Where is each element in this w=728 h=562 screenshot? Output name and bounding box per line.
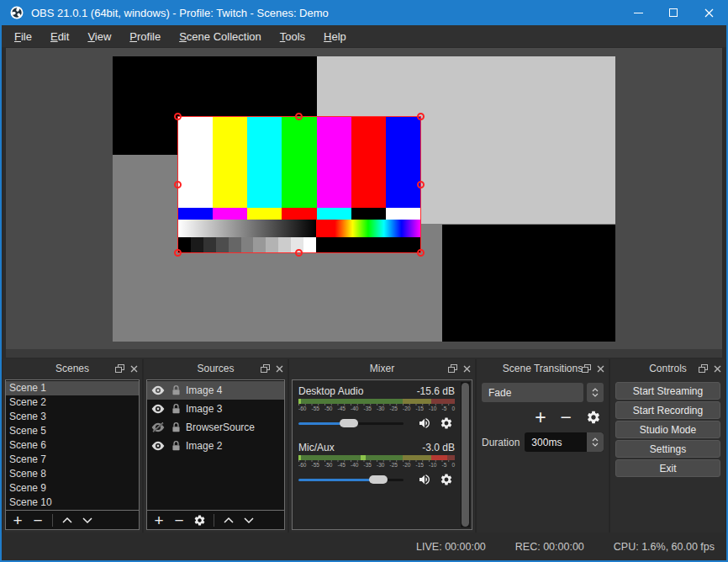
scenes-listbox: Scene 1Scene 2Scene 3Scene 5Scene 6Scene…: [5, 379, 140, 530]
visibility-eye-icon[interactable]: [150, 384, 166, 397]
scene-list-item[interactable]: Scene 3: [6, 410, 139, 424]
move-source-up-button[interactable]: [219, 517, 239, 524]
move-scene-down-button[interactable]: [77, 517, 98, 524]
chevron-down-icon: [243, 517, 255, 524]
menu-edit[interactable]: Edit: [41, 30, 78, 43]
float-panel-icon[interactable]: [261, 364, 270, 373]
resize-handle-bottom-right[interactable]: [417, 249, 425, 257]
close-panel-icon[interactable]: [714, 365, 721, 373]
resize-handle-top-right[interactable]: [417, 113, 425, 120]
scene-list-item[interactable]: Scene 9: [6, 481, 139, 496]
resize-handle-bottom-middle[interactable]: [295, 249, 303, 257]
close-panel-icon[interactable]: [463, 365, 471, 373]
float-panel-icon[interactable]: [448, 364, 457, 373]
scenes-panel-header[interactable]: Scenes: [3, 359, 142, 378]
controls-panel-header[interactable]: Controls: [610, 359, 725, 378]
control-button[interactable]: Settings: [615, 440, 720, 458]
slider-handle[interactable]: [340, 419, 358, 427]
scene-list-item[interactable]: Scene 7: [6, 453, 139, 467]
mute-button[interactable]: [416, 472, 433, 487]
control-button[interactable]: Exit: [615, 459, 720, 477]
remove-scene-button[interactable]: −: [28, 512, 48, 529]
lock-icon[interactable]: [168, 439, 183, 453]
menu-file[interactable]: File: [5, 30, 41, 43]
duration-spinbox[interactable]: 300ms: [525, 432, 604, 452]
resize-handle-bottom-left[interactable]: [174, 249, 182, 257]
scene-list-item[interactable]: Scene 6: [6, 438, 139, 453]
resize-handle-middle-left[interactable]: [174, 181, 182, 188]
scene-list-item[interactable]: Scene 5: [6, 424, 139, 438]
menu-tools[interactable]: Tools: [271, 30, 314, 43]
minimize-icon: [634, 13, 643, 13]
close-panel-icon[interactable]: [130, 365, 138, 373]
add-scene-button[interactable]: +: [8, 512, 28, 529]
scene-list-item[interactable]: Scene 8: [6, 467, 139, 481]
scene-list-item[interactable]: Scene 1: [6, 381, 139, 395]
lock-icon[interactable]: [168, 384, 183, 397]
control-button[interactable]: Start Recording: [615, 401, 720, 419]
close-panel-icon[interactable]: [597, 365, 604, 373]
minimize-button[interactable]: [620, 0, 656, 25]
move-scene-up-button[interactable]: [57, 517, 77, 524]
source-list-item[interactable]: Image 2: [147, 437, 284, 455]
mixer-panel-header[interactable]: Mixer: [289, 359, 475, 378]
menu-help[interactable]: Help: [314, 30, 356, 43]
add-source-button[interactable]: +: [149, 512, 169, 529]
volume-slider[interactable]: [298, 475, 404, 485]
float-panel-icon[interactable]: [582, 364, 591, 373]
scenes-toolbar: + −: [6, 510, 139, 529]
remove-source-button[interactable]: −: [169, 512, 189, 529]
transition-properties-gear-icon[interactable]: [586, 410, 601, 425]
selected-source-colorbars[interactable]: [178, 117, 420, 252]
mute-button[interactable]: [416, 416, 433, 431]
title-bar[interactable]: OBS 21.0.1 (64bit, windows) - Profile: T…: [2, 0, 726, 25]
scene-list-item[interactable]: Scene 10: [6, 496, 139, 510]
move-source-down-button[interactable]: [239, 517, 259, 524]
transitions-panel-header[interactable]: Scene Transitions: [477, 359, 609, 378]
float-panel-icon[interactable]: [699, 364, 708, 373]
source-properties-button[interactable]: [189, 514, 209, 527]
source-black-rect-bottom-right[interactable]: [442, 225, 615, 342]
scene-canvas: [113, 56, 615, 342]
visibility-eye-off-icon[interactable]: [150, 421, 166, 434]
maximize-button[interactable]: [656, 0, 691, 25]
lock-icon[interactable]: [168, 421, 183, 434]
resize-handle-top-left[interactable]: [174, 113, 182, 120]
sources-panel-header[interactable]: Sources: [144, 359, 288, 378]
scene-transitions-panel: Scene Transitions Fade + −: [477, 359, 609, 533]
menu-view[interactable]: View: [78, 30, 120, 43]
close-panel-icon[interactable]: [276, 365, 283, 373]
menu-profile[interactable]: Profile: [120, 30, 170, 43]
source-list-item[interactable]: Image 4: [147, 381, 284, 400]
remove-transition-button[interactable]: −: [561, 407, 572, 427]
control-button[interactable]: Studio Mode: [615, 421, 720, 438]
scrollbar-thumb[interactable]: [462, 383, 469, 527]
duration-spinner[interactable]: [587, 432, 604, 452]
visibility-eye-icon[interactable]: [150, 439, 166, 453]
float-panel-icon[interactable]: [115, 364, 124, 373]
transition-select-spinner[interactable]: [587, 383, 604, 402]
resize-handle-middle-right[interactable]: [417, 181, 425, 188]
source-list-item[interactable]: Image 3: [147, 400, 284, 418]
lock-icon[interactable]: [168, 402, 183, 416]
scene-list-item[interactable]: Scene 2: [6, 395, 139, 410]
controls-panel: Controls Start StreamingStart RecordingS…: [610, 359, 725, 533]
channel-settings-button[interactable]: [438, 416, 455, 431]
mixer-scrollbar[interactable]: [461, 382, 470, 528]
black-strip: [316, 237, 420, 252]
source-name: Image 4: [186, 384, 222, 396]
slider-handle[interactable]: [369, 475, 388, 484]
channel-level: -15.6 dB: [417, 385, 455, 397]
channel-settings-button[interactable]: [438, 472, 455, 487]
close-button[interactable]: [691, 0, 726, 25]
volume-slider[interactable]: [298, 418, 404, 428]
transition-select[interactable]: Fade: [482, 383, 583, 402]
visibility-eye-icon[interactable]: [150, 402, 166, 416]
control-button[interactable]: Start Streaming: [615, 382, 720, 400]
preview-area: [6, 48, 722, 358]
resize-handle-top-middle[interactable]: [295, 113, 303, 120]
gear-icon: [440, 416, 453, 430]
menu-scene-collection[interactable]: Scene Collection: [170, 30, 271, 43]
source-list-item[interactable]: BrowserSource: [147, 418, 284, 437]
add-transition-button[interactable]: +: [535, 407, 546, 427]
